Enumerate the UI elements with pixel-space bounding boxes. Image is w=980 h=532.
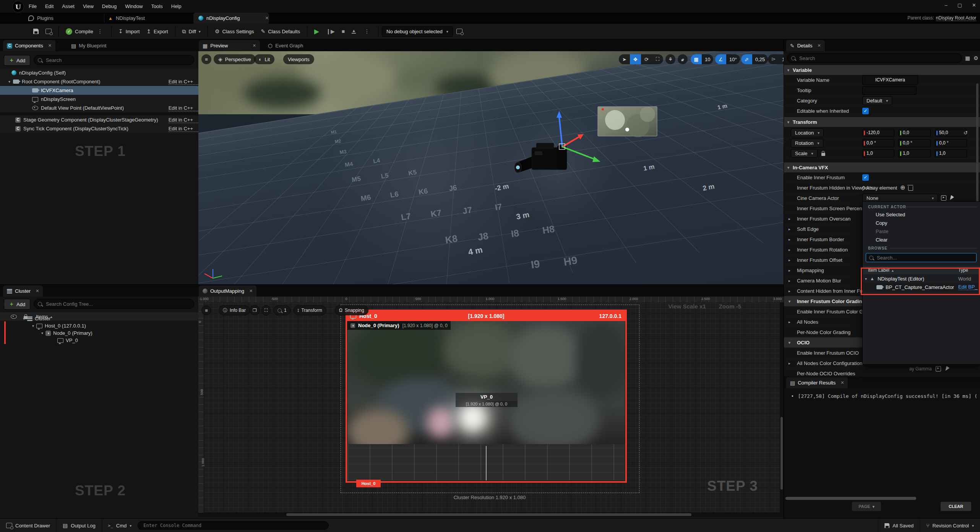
om-menu-button[interactable]: ≡ bbox=[201, 305, 211, 315]
diff-button[interactable]: ⧉Diff▾ bbox=[179, 26, 204, 37]
chevron-down-icon[interactable]: ▾ bbox=[8, 79, 10, 84]
type-column[interactable]: Type bbox=[958, 268, 968, 273]
popup-row-camera-actor[interactable]: BP_CT_Capture_CameraActor Edit BP_ bbox=[863, 283, 980, 291]
cluster-row-cluster[interactable]: ▾ Cluster bbox=[23, 315, 50, 322]
zoom-control[interactable]: 1 bbox=[273, 305, 291, 315]
content-drawer-button[interactable]: Content Drawer bbox=[0, 519, 56, 532]
menu-asset[interactable]: Asset bbox=[58, 3, 79, 9]
maximize-icon[interactable]: ▢ bbox=[957, 2, 962, 8]
edit-in-cpp-link[interactable]: Edit in C++ bbox=[169, 79, 198, 85]
section-transform[interactable]: ▾Transform bbox=[784, 117, 980, 127]
fit-view-button[interactable]: ⛶ bbox=[261, 305, 271, 315]
angle-snap-value[interactable]: 10° bbox=[726, 57, 740, 62]
camera-speed-control[interactable]: ⌲ 1 bbox=[768, 54, 784, 64]
tab-compiler-results[interactable]: ▤ Compiler Results ✕ bbox=[786, 377, 848, 388]
sort-ascending-icon[interactable]: ▴ bbox=[50, 315, 52, 319]
eject-button[interactable]: ▲ bbox=[348, 26, 359, 37]
chevron-down-icon[interactable]: ▾ bbox=[32, 324, 34, 328]
save-button[interactable] bbox=[30, 26, 42, 37]
reset-to-default-icon[interactable]: ↺ bbox=[964, 130, 968, 136]
cluster-row-host[interactable]: ▾ Host_0 (127.0.0.1) bbox=[32, 322, 86, 329]
compiler-scrollbar[interactable] bbox=[784, 496, 980, 501]
class-settings-button[interactable]: ⚙Class Settings bbox=[211, 26, 258, 37]
display-filter-icon[interactable]: ▦ bbox=[965, 55, 970, 61]
location-dropdown[interactable]: Location▾ bbox=[791, 128, 824, 137]
chevron-down-icon[interactable]: ▾ bbox=[41, 331, 43, 335]
edit-in-cpp-link[interactable]: Edit in C++ bbox=[169, 126, 198, 132]
output-mapping-canvas[interactable]: Host_0 [1.920 x 1.080] 127.0.0.1 bbox=[198, 302, 784, 513]
item-label-column[interactable]: Item Label bbox=[868, 268, 889, 273]
rotation-dropdown[interactable]: Rotation▾ bbox=[791, 139, 823, 148]
tree-row-icvfxcamera[interactable]: ICVFXCamera bbox=[0, 86, 198, 95]
menu-file[interactable]: File bbox=[24, 3, 41, 9]
popup-search[interactable] bbox=[866, 253, 977, 262]
compiler-message-row[interactable]: • [2727,58] Compile of nDisplayConfig su… bbox=[792, 393, 977, 399]
console-command-input[interactable] bbox=[143, 522, 324, 529]
viewport-badge[interactable]: VP_0 [1.920 x 1.080] @ 0, 0 bbox=[456, 393, 518, 407]
tab-ndisplayconfig[interactable]: nDisplayConfig ✕ bbox=[194, 13, 269, 24]
tab-output-mapping[interactable]: OutputMapping ✕ bbox=[199, 285, 256, 297]
surface-snap-button[interactable]: ⸙ bbox=[678, 54, 688, 64]
transform-button[interactable]: ⟟Transform bbox=[293, 305, 326, 315]
page-button[interactable]: PAGE▾ bbox=[852, 502, 881, 511]
tab-components[interactable]: C Components ✕ bbox=[3, 40, 55, 51]
info-bar-toggle[interactable]: ⓘInfo Bar bbox=[219, 305, 250, 315]
location-z-field[interactable]: 50,0 bbox=[935, 129, 967, 137]
close-icon[interactable]: ✕ bbox=[48, 43, 52, 48]
play-button[interactable]: ▶ bbox=[311, 26, 323, 37]
frame-icon[interactable] bbox=[936, 366, 941, 371]
menu-window[interactable]: Window bbox=[121, 3, 147, 9]
world-local-toggle[interactable]: ⚘ bbox=[665, 54, 675, 64]
edit-in-cpp-link[interactable]: Edit in C++ bbox=[169, 117, 198, 123]
use-selected-asset-icon[interactable] bbox=[941, 195, 946, 201]
eyedropper-icon[interactable] bbox=[944, 366, 949, 372]
grid-snap-value[interactable]: 10 bbox=[702, 57, 713, 62]
tab-preview[interactable]: ▦ Preview ✕ bbox=[199, 40, 260, 51]
tooltip-input[interactable] bbox=[862, 86, 917, 95]
perspective-dropdown[interactable]: ◈ Perspective bbox=[214, 54, 256, 64]
settings-gear-icon[interactable]: ⚙ bbox=[974, 55, 978, 61]
cluster-search[interactable] bbox=[34, 299, 194, 309]
scale-z-field[interactable]: 1,0 bbox=[935, 149, 967, 157]
play-options-button[interactable]: ⋮ bbox=[359, 26, 375, 37]
host-box[interactable]: Host_0 [1.920 x 1.080] 127.0.0.1 bbox=[346, 310, 627, 483]
add-cluster-item-button[interactable]: ＋Add bbox=[4, 299, 30, 310]
tree-row-root-component[interactable]: ▾ Root Component (RootComponent) Edit in… bbox=[0, 77, 198, 86]
stop-button[interactable]: ■ bbox=[338, 26, 348, 37]
add-component-button[interactable]: ＋Add bbox=[4, 55, 30, 66]
cluster-row-viewport[interactable]: VP_0 bbox=[57, 337, 78, 344]
tab-event-graph[interactable]: ⬡ Event Graph bbox=[264, 40, 307, 51]
cmd-dropdown[interactable]: >_ Cmd ▾ bbox=[102, 519, 138, 532]
tree-row-self[interactable]: nDisplayConfig (Self) bbox=[0, 68, 198, 77]
clear-button[interactable]: CLEAR bbox=[941, 502, 971, 511]
node-header[interactable]: ◑ Node_0 (Primary) [1.920 x 1.080] @ 0, … bbox=[347, 321, 451, 330]
close-icon[interactable]: ✕ bbox=[249, 289, 253, 294]
add-array-element-icon[interactable]: ⊕ bbox=[900, 185, 905, 191]
tree-row-stage-geometry[interactable]: C Stage Geometry Component (DisplayClust… bbox=[0, 115, 198, 124]
tab-my-blueprint[interactable]: ▤ My Blueprint bbox=[67, 40, 110, 51]
menu-tools[interactable]: Tools bbox=[147, 3, 167, 9]
frame-skip-button[interactable]: ❙▶ bbox=[323, 26, 338, 37]
location-x-field[interactable]: -120,0 bbox=[862, 129, 894, 137]
camera-speed-value[interactable]: 1 bbox=[779, 57, 784, 62]
scale-tool-button[interactable]: ⛶ bbox=[652, 54, 663, 64]
compile-button[interactable]: ✓ Compile ⋮ bbox=[62, 26, 108, 37]
eyedropper-icon[interactable] bbox=[948, 195, 954, 201]
components-search[interactable] bbox=[34, 55, 194, 65]
scale-y-field[interactable]: 1,0 bbox=[899, 149, 931, 157]
components-search-input[interactable] bbox=[45, 57, 190, 63]
tab-plugins[interactable]: Plugins bbox=[28, 13, 54, 24]
location-y-field[interactable]: 0,0 bbox=[899, 129, 931, 137]
menu-debug[interactable]: Debug bbox=[98, 3, 121, 9]
om-vertical-scrollbar[interactable] bbox=[780, 302, 784, 513]
popup-search-input[interactable] bbox=[876, 255, 973, 261]
move-tool-button[interactable]: ✥ bbox=[630, 54, 641, 64]
category-dropdown[interactable]: Default ▾ bbox=[862, 96, 892, 105]
tree-row-ndisplayscreen[interactable]: nDisplayScreen bbox=[0, 95, 198, 104]
rotation-x-field[interactable]: 0,0 ° bbox=[862, 139, 894, 147]
all-saved-button[interactable]: All Saved bbox=[878, 519, 920, 532]
edit-bp-link[interactable]: Edit BP_ bbox=[958, 284, 978, 290]
parent-class-link[interactable]: nDisplay Root Actor bbox=[936, 15, 976, 21]
select-tool-button[interactable]: ➤ bbox=[619, 54, 630, 64]
compile-options-icon[interactable]: ⋮ bbox=[96, 28, 104, 34]
